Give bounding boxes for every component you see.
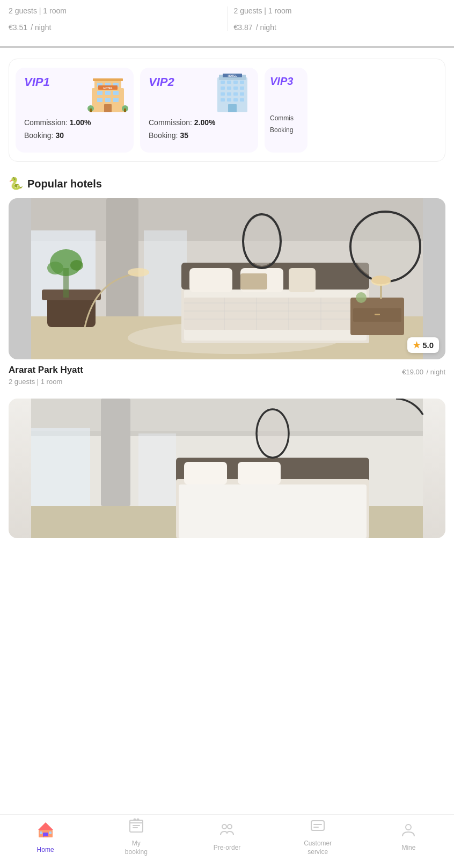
svg-rect-102 — [133, 825, 140, 826]
vip2-commission: Commission: 2.00% — [149, 118, 250, 127]
svg-rect-42 — [106, 198, 138, 322]
price-2: €3.87 / night — [234, 19, 446, 33]
nav-my-booking[interactable]: Mybooking — [91, 818, 181, 856]
svg-point-79 — [128, 268, 149, 277]
svg-rect-35 — [233, 98, 238, 102]
svg-rect-91 — [238, 462, 281, 484]
vip3-commission-partial: Commis — [270, 114, 302, 122]
hotel-image-1: ★ 5.0 — [9, 198, 445, 359]
svg-rect-27 — [233, 86, 238, 90]
customer-service-icon — [310, 818, 326, 837]
vip-scroll-container[interactable]: VIP1 — [16, 68, 438, 153]
svg-rect-7 — [113, 98, 119, 102]
svg-rect-60 — [289, 268, 316, 292]
booking-label: Mybooking — [125, 840, 148, 856]
home-label: Home — [37, 846, 54, 855]
mine-label: Mine — [401, 844, 415, 852]
nav-home[interactable]: Home — [0, 820, 91, 855]
preorder-label: Pre-order — [214, 844, 241, 852]
hotel-name-1: Ararat Park Hyatt — [9, 365, 83, 375]
svg-rect-29 — [221, 92, 225, 96]
svg-marker-95 — [38, 822, 53, 830]
svg-point-105 — [136, 819, 139, 821]
vip1-hotel-icon: HOTEL — [86, 72, 129, 119]
guests-label-2: 2 guests | 1 room — [234, 6, 446, 15]
svg-rect-4 — [113, 91, 119, 95]
vip2-info: Commission: 2.00% Booking: 35 — [149, 118, 250, 140]
svg-rect-2 — [97, 91, 102, 95]
svg-rect-34 — [227, 98, 231, 102]
svg-point-111 — [406, 824, 411, 830]
svg-rect-84 — [31, 428, 90, 519]
vip-card-2[interactable]: VIP2 — [140, 68, 258, 153]
svg-point-78 — [70, 260, 83, 271]
svg-point-71 — [371, 276, 391, 284]
vip3-booking-partial: Booking — [270, 126, 302, 134]
snake-icon: 🐍 — [9, 177, 23, 191]
svg-rect-74 — [42, 290, 101, 300]
preorder-icon — [219, 822, 235, 842]
guests-label-1: 2 guests | 1 room — [9, 6, 221, 15]
bottom-navigation: Home Mybooking Pre-ord — [0, 814, 454, 868]
vip2-booking: Booking: 35 — [149, 131, 250, 140]
svg-rect-21 — [221, 81, 225, 84]
vip1-info: Commission: 1.00% Booking: 30 — [24, 118, 125, 140]
vip-section: VIP1 — [9, 59, 445, 162]
svg-point-65 — [353, 214, 418, 279]
hotel-price-1: €19.00 / night — [402, 365, 445, 377]
nav-pre-order[interactable]: Pre-order — [181, 822, 272, 852]
mine-icon — [400, 822, 416, 842]
svg-rect-36 — [240, 98, 244, 102]
svg-rect-3 — [105, 91, 111, 95]
svg-rect-99 — [43, 836, 48, 837]
top-hotel-card-2[interactable]: 2 guests | 1 room €3.87 / night — [234, 0, 446, 38]
svg-rect-5 — [97, 98, 102, 102]
svg-rect-90 — [184, 462, 227, 484]
nav-mine[interactable]: Mine — [363, 822, 454, 852]
vip-card-1[interactable]: VIP1 — [16, 68, 134, 153]
svg-rect-28 — [240, 86, 244, 90]
svg-rect-26 — [227, 86, 231, 90]
vip1-booking: Booking: 30 — [24, 131, 125, 140]
vip1-commission: Commission: 1.00% — [24, 118, 125, 127]
svg-rect-32 — [240, 92, 244, 96]
booking-icon — [128, 818, 144, 837]
vip2-hotel-icon: HOTEL — [211, 72, 254, 119]
nav-customer-service[interactable]: Customerservice — [273, 818, 363, 856]
svg-point-93 — [259, 411, 287, 455]
svg-point-77 — [47, 262, 63, 274]
star-icon-1: ★ — [413, 340, 420, 350]
svg-rect-68 — [375, 314, 380, 315]
hotel-rating-badge-1: ★ 5.0 — [407, 337, 439, 353]
hotel-info-1: Ararat Park Hyatt 2 guests | 1 room €19.… — [9, 365, 445, 386]
svg-rect-22 — [227, 81, 231, 84]
svg-rect-103 — [133, 827, 138, 828]
customer-service-label: Customerservice — [304, 840, 332, 856]
svg-rect-11 — [104, 104, 112, 112]
svg-rect-50 — [184, 298, 367, 330]
svg-rect-33 — [221, 98, 225, 102]
svg-rect-25 — [221, 86, 225, 90]
svg-text:HOTEL: HOTEL — [104, 86, 113, 90]
svg-rect-18 — [124, 108, 126, 112]
top-hotel-card-1[interactable]: 2 guests | 1 room €3.51 / night — [9, 0, 221, 38]
home-icon — [36, 820, 55, 844]
svg-rect-31 — [233, 92, 238, 96]
svg-text:HOTEL: HOTEL — [228, 74, 237, 77]
svg-rect-89 — [179, 484, 367, 538]
vip-card-3-partial[interactable]: VIP3 Commis Booking — [265, 68, 307, 153]
svg-rect-6 — [105, 98, 111, 102]
svg-rect-39 — [228, 104, 237, 112]
vip3-label: VIP3 — [270, 75, 302, 88]
svg-point-104 — [133, 819, 136, 821]
svg-rect-98 — [49, 831, 52, 834]
hotel-card-1[interactable]: ★ 5.0 Ararat Park Hyatt 2 guests | 1 roo… — [9, 198, 445, 386]
svg-rect-97 — [40, 831, 42, 834]
svg-rect-58 — [189, 268, 232, 292]
price-1: €3.51 / night — [9, 19, 221, 33]
svg-rect-44 — [144, 230, 187, 327]
svg-rect-110 — [313, 827, 319, 828]
hotel-card-2-partial[interactable] — [9, 399, 445, 538]
svg-point-63 — [245, 216, 279, 266]
hotel-image-2-partial — [9, 399, 445, 538]
